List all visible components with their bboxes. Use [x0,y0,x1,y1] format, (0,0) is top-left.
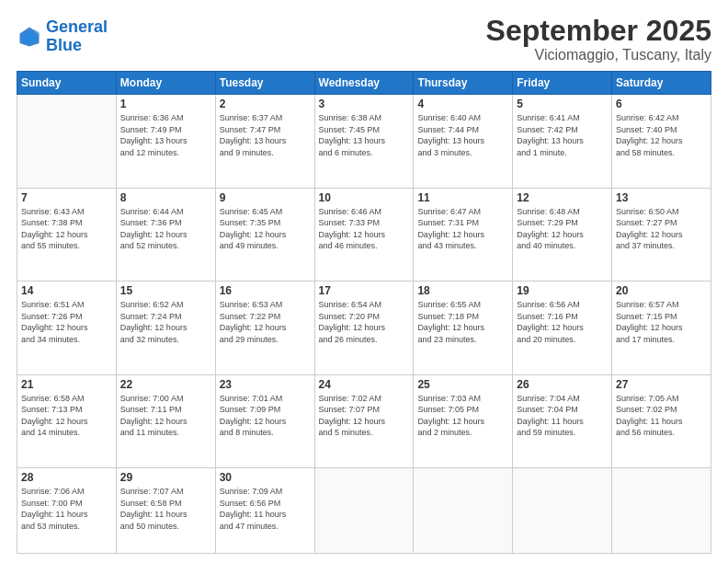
header: General Blue September 2025 Viciomaggio,… [17,15,711,63]
calendar-week-row: 14Sunrise: 6:51 AM Sunset: 7:26 PM Dayli… [17,282,711,374]
table-row: 9Sunrise: 6:45 AM Sunset: 7:35 PM Daylig… [215,188,314,281]
calendar-week-row: 7Sunrise: 6:43 AM Sunset: 7:38 PM Daylig… [17,188,711,281]
day-info: Sunrise: 7:05 AM Sunset: 7:02 PM Dayligh… [616,393,707,439]
table-row: 13Sunrise: 6:50 AM Sunset: 7:27 PM Dayli… [612,188,711,281]
header-tuesday: Tuesday [215,72,314,95]
day-number: 28 [21,471,112,484]
table-row: 18Sunrise: 6:55 AM Sunset: 7:18 PM Dayli… [414,282,513,374]
table-row: 20Sunrise: 6:57 AM Sunset: 7:15 PM Dayli… [612,282,711,374]
header-monday: Monday [116,72,215,95]
day-number: 16 [220,284,311,297]
table-row: 24Sunrise: 7:02 AM Sunset: 7:07 PM Dayli… [314,374,414,467]
day-number: 12 [517,191,608,204]
table-row [17,95,117,188]
day-number: 4 [417,98,508,110]
table-row: 21Sunrise: 6:58 AM Sunset: 7:13 PM Dayli… [17,374,117,467]
day-number: 18 [417,284,508,297]
day-number: 26 [517,378,608,391]
calendar-table: Sunday Monday Tuesday Wednesday Thursday… [17,71,711,554]
day-number: 3 [319,98,410,110]
table-row: 26Sunrise: 7:04 AM Sunset: 7:04 PM Dayli… [513,374,612,467]
table-row: 6Sunrise: 6:42 AM Sunset: 7:40 PM Daylig… [612,95,711,188]
day-info: Sunrise: 7:06 AM Sunset: 7:00 PM Dayligh… [21,486,112,532]
location-subtitle: Viciomaggio, Tuscany, Italy [486,47,711,63]
day-number: 27 [616,378,707,391]
table-row: 4Sunrise: 6:40 AM Sunset: 7:44 PM Daylig… [414,95,513,188]
table-row [612,467,711,553]
table-row: 7Sunrise: 6:43 AM Sunset: 7:38 PM Daylig… [17,188,117,281]
day-info: Sunrise: 6:38 AM Sunset: 7:45 PM Dayligh… [319,112,410,158]
day-number: 13 [616,191,707,204]
table-row: 8Sunrise: 6:44 AM Sunset: 7:36 PM Daylig… [116,188,215,281]
day-info: Sunrise: 6:56 AM Sunset: 7:16 PM Dayligh… [517,299,608,345]
day-number: 23 [220,378,311,391]
day-info: Sunrise: 6:44 AM Sunset: 7:36 PM Dayligh… [120,206,211,252]
day-number: 20 [616,284,707,297]
table-row: 2Sunrise: 6:37 AM Sunset: 7:47 PM Daylig… [215,95,314,188]
day-number: 1 [120,98,211,110]
table-row: 28Sunrise: 7:06 AM Sunset: 7:00 PM Dayli… [17,467,117,553]
title-block: September 2025 Viciomaggio, Tuscany, Ita… [486,15,711,63]
day-info: Sunrise: 7:02 AM Sunset: 7:07 PM Dayligh… [319,393,410,439]
table-row: 22Sunrise: 7:00 AM Sunset: 7:11 PM Dayli… [116,374,215,467]
day-info: Sunrise: 6:52 AM Sunset: 7:24 PM Dayligh… [120,299,211,345]
day-number: 6 [616,98,707,110]
day-number: 11 [417,191,508,204]
day-number: 8 [120,191,211,204]
table-row: 30Sunrise: 7:09 AM Sunset: 6:56 PM Dayli… [215,467,314,553]
table-row: 15Sunrise: 6:52 AM Sunset: 7:24 PM Dayli… [116,282,215,374]
header-sunday: Sunday [17,72,117,95]
logo: General Blue [17,18,108,55]
calendar-week-row: 28Sunrise: 7:06 AM Sunset: 7:00 PM Dayli… [17,467,711,553]
table-row: 25Sunrise: 7:03 AM Sunset: 7:05 PM Dayli… [414,374,513,467]
logo-name: General Blue [46,18,108,55]
day-info: Sunrise: 6:47 AM Sunset: 7:31 PM Dayligh… [417,206,508,252]
day-info: Sunrise: 6:40 AM Sunset: 7:44 PM Dayligh… [417,112,508,158]
day-number: 14 [21,284,112,297]
month-title: September 2025 [486,15,711,47]
table-row: 27Sunrise: 7:05 AM Sunset: 7:02 PM Dayli… [612,374,711,467]
table-row: 11Sunrise: 6:47 AM Sunset: 7:31 PM Dayli… [414,188,513,281]
table-row: 29Sunrise: 7:07 AM Sunset: 6:58 PM Dayli… [116,467,215,553]
day-number: 10 [319,191,410,204]
day-info: Sunrise: 6:50 AM Sunset: 7:27 PM Dayligh… [616,206,707,252]
day-number: 29 [120,471,211,484]
day-number: 21 [21,378,112,391]
day-info: Sunrise: 6:43 AM Sunset: 7:38 PM Dayligh… [21,206,112,252]
table-row: 23Sunrise: 7:01 AM Sunset: 7:09 PM Dayli… [215,374,314,467]
day-info: Sunrise: 6:53 AM Sunset: 7:22 PM Dayligh… [220,299,311,345]
table-row: 14Sunrise: 6:51 AM Sunset: 7:26 PM Dayli… [17,282,117,374]
day-info: Sunrise: 7:00 AM Sunset: 7:11 PM Dayligh… [120,393,211,439]
table-row [513,467,612,553]
calendar-week-row: 21Sunrise: 6:58 AM Sunset: 7:13 PM Dayli… [17,374,711,467]
calendar-header-row: Sunday Monday Tuesday Wednesday Thursday… [17,72,711,95]
day-number: 7 [21,191,112,204]
table-row [314,467,414,553]
day-info: Sunrise: 6:36 AM Sunset: 7:49 PM Dayligh… [120,112,211,158]
table-row: 5Sunrise: 6:41 AM Sunset: 7:42 PM Daylig… [513,95,612,188]
table-row: 10Sunrise: 6:46 AM Sunset: 7:33 PM Dayli… [314,188,414,281]
day-info: Sunrise: 6:41 AM Sunset: 7:42 PM Dayligh… [517,112,608,158]
header-thursday: Thursday [414,72,513,95]
day-info: Sunrise: 6:46 AM Sunset: 7:33 PM Dayligh… [319,206,410,252]
day-number: 15 [120,284,211,297]
day-info: Sunrise: 6:45 AM Sunset: 7:35 PM Dayligh… [220,206,311,252]
page: General Blue September 2025 Viciomaggio,… [0,0,728,563]
day-info: Sunrise: 7:09 AM Sunset: 6:56 PM Dayligh… [220,486,311,532]
day-info: Sunrise: 6:54 AM Sunset: 7:20 PM Dayligh… [319,299,410,345]
day-info: Sunrise: 6:37 AM Sunset: 7:47 PM Dayligh… [220,112,311,158]
logo-icon [17,24,42,50]
table-row: 16Sunrise: 6:53 AM Sunset: 7:22 PM Dayli… [215,282,314,374]
day-number: 2 [220,98,311,110]
table-row: 3Sunrise: 6:38 AM Sunset: 7:45 PM Daylig… [314,95,414,188]
table-row: 12Sunrise: 6:48 AM Sunset: 7:29 PM Dayli… [513,188,612,281]
day-info: Sunrise: 7:01 AM Sunset: 7:09 PM Dayligh… [220,393,311,439]
day-info: Sunrise: 6:55 AM Sunset: 7:18 PM Dayligh… [417,299,508,345]
table-row: 1Sunrise: 6:36 AM Sunset: 7:49 PM Daylig… [116,95,215,188]
day-number: 25 [417,378,508,391]
table-row [414,467,513,553]
day-info: Sunrise: 6:42 AM Sunset: 7:40 PM Dayligh… [616,112,707,158]
day-info: Sunrise: 7:07 AM Sunset: 6:58 PM Dayligh… [120,486,211,532]
day-number: 17 [319,284,410,297]
calendar-week-row: 1Sunrise: 6:36 AM Sunset: 7:49 PM Daylig… [17,95,711,188]
